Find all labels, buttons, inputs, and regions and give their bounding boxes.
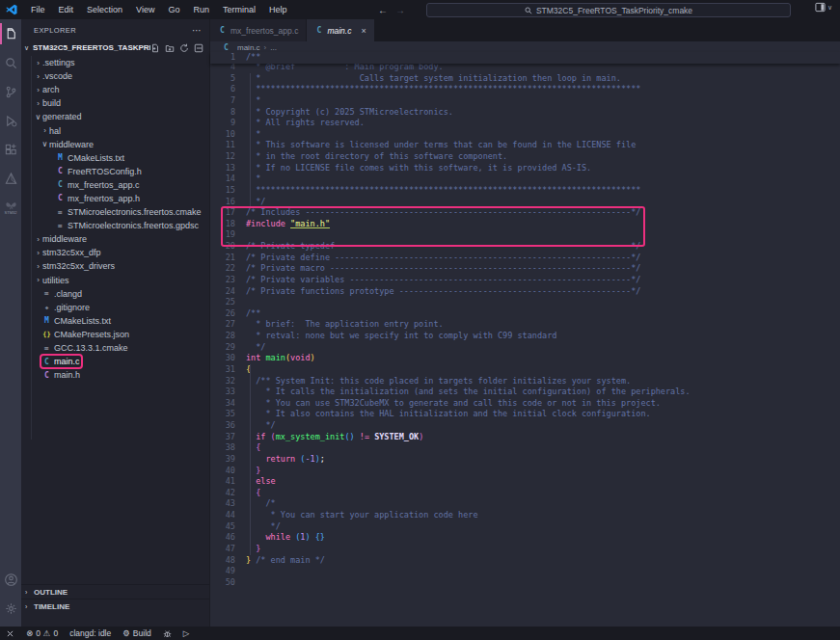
tree-folder-hal[interactable]: ›hal [21, 123, 209, 137]
activity-search[interactable] [0, 48, 21, 77]
collapse-all-icon[interactable] [194, 43, 203, 53]
new-file-icon[interactable] [150, 43, 160, 53]
tree-file-main.h[interactable]: Cmain.h [21, 368, 209, 382]
activity-run-debug[interactable] [0, 106, 21, 135]
menu-file[interactable]: File [24, 0, 52, 19]
outline-panel-header[interactable]: › OUTLINE [21, 584, 210, 599]
views-more-actions-icon[interactable]: ⋯ [192, 25, 202, 36]
build-button[interactable]: ⚙ Build [117, 627, 157, 640]
list-file-icon: ≡ [56, 208, 65, 217]
line-number: 39 [210, 454, 246, 466]
cmake-icon [4, 172, 18, 186]
activity-source-control[interactable] [0, 77, 21, 106]
tree-folder-middleware[interactable]: ∨middleware [21, 138, 209, 151]
code-line-text: int main(void) [246, 353, 315, 364]
code-line: 37 if (mx_system_init() != SYSTEM_OK) [210, 432, 840, 443]
activity-explorer[interactable] [0, 19, 21, 48]
explorer-title: EXPLORER [34, 26, 76, 35]
tree-folder-.settings[interactable]: ›.settings [21, 56, 209, 69]
tree-file-mx_freertos_app.c[interactable]: Cmx_freertos_app.c [21, 178, 209, 192]
code-line: 14 * [210, 173, 840, 185]
tab-mx_freertos_app.c[interactable]: Cmx_freertos_app.c [210, 19, 307, 41]
code-line: 22/* Private macro ---------------------… [210, 263, 840, 275]
tree-row-content: MCMakeLists.txt [42, 316, 111, 326]
code-line-text: * [246, 173, 260, 185]
extensions-icon [4, 143, 18, 157]
timeline-panel-header[interactable]: › TIMELINE [21, 599, 210, 613]
remote-indicator[interactable] [0, 627, 20, 640]
back-icon[interactable]: ← [374, 5, 392, 15]
code-line-text: * This software is licensed under terms … [246, 140, 636, 151]
run-button[interactable]: ▷ [177, 627, 196, 640]
code-line-text: /** [246, 308, 260, 320]
debug-button[interactable] [157, 627, 177, 640]
tree-file-CMakePresets.json[interactable]: {}CMakePresets.json [21, 328, 209, 341]
tree-file-FreeRTOSConfig.h[interactable]: CFreeRTOSConfig.h [21, 165, 209, 178]
tree-folder-arch[interactable]: ›arch [21, 83, 209, 96]
code-line-text: * brief: The application entry point. [246, 319, 444, 331]
line-number: 21 [210, 253, 246, 264]
code-line-text: * [246, 95, 260, 107]
chevron-right-icon: › [34, 262, 42, 271]
tree-file-CMakeLists.txt[interactable]: MCMakeLists.txt [21, 314, 209, 328]
tree-file-main.c[interactable]: Cmain.c [21, 355, 209, 368]
menu-view[interactable]: View [129, 0, 161, 19]
tree-file-GCC.13.3.1.cmake[interactable]: ≡GCC.13.3.1.cmake [21, 341, 209, 355]
editor-group: Cmx_freertos_app.cCmain.c× C main.c › ..… [210, 19, 840, 627]
menu-run[interactable]: Run [186, 0, 216, 19]
line-number: 47 [210, 544, 246, 555]
tree-folder-stm32c5xx_drivers[interactable]: ›stm32c5xx_drivers [21, 259, 209, 273]
new-folder-icon[interactable] [165, 43, 175, 53]
tree-item-label: middleware [42, 234, 87, 244]
layout-toggle[interactable]: ∨ [815, 2, 832, 13]
code-editor[interactable]: 1/**4 * @brief : Main program body.5 * C… [210, 52, 840, 627]
m-file-icon: M [56, 153, 65, 162]
line-number: 31 [210, 364, 246, 376]
tree-file-.gitignore[interactable]: ◆.gitignore [21, 301, 209, 314]
tree-file-.clangd[interactable]: ≡.clangd [21, 287, 209, 301]
tree-item-label: .gitignore [54, 303, 90, 312]
menu-edit[interactable]: Edit [52, 0, 81, 19]
activity-cmake[interactable] [0, 164, 21, 193]
tree-folder-.vscode[interactable]: ›.vscode [21, 69, 209, 83]
list-file-icon: ≡ [42, 289, 51, 298]
account-button[interactable] [0, 565, 21, 594]
menu-selection[interactable]: Selection [80, 0, 129, 19]
tree-file-STMicroelectronics.freertos.gpdsc[interactable]: ≡STMicroelectronics.freertos.gpdsc [21, 219, 209, 232]
line-number: 25 [210, 297, 246, 308]
tree-folder-middleware[interactable]: ›middleware [21, 232, 209, 246]
tree-item-label: CMakeLists.txt [54, 316, 111, 326]
menu-terminal[interactable]: Terminal [216, 0, 262, 19]
refresh-icon[interactable] [179, 43, 189, 53]
tree-row-content: {}CMakePresets.json [42, 330, 129, 339]
chevron-right-icon: › [34, 235, 42, 244]
close-icon[interactable]: × [361, 26, 366, 36]
tree-folder-generated[interactable]: ∨generated [21, 110, 209, 123]
workspace-section-header[interactable]: ∨ STM32C5_FREERTOS_TASKPRI... [21, 40, 209, 55]
code-line: 12 * in the root directory of this softw… [210, 151, 840, 163]
tree-folder-stm32c5xx_dfp[interactable]: ›stm32c5xx_dfp [21, 246, 209, 259]
tree-item-label: generated [42, 112, 82, 121]
tree-file-CMakeLists.txt[interactable]: MCMakeLists.txt [21, 151, 209, 165]
forward-icon[interactable]: → [392, 5, 409, 15]
tree-file-mx_freertos_app.h[interactable]: Cmx_freertos_app.h [21, 192, 209, 205]
clangd-status[interactable]: clangd: idle [64, 627, 117, 640]
tree-folder-build[interactable]: ›build [21, 96, 209, 110]
manage-button[interactable] [0, 594, 21, 623]
tab-main.c[interactable]: Cmain.c× [307, 19, 374, 41]
list-file-icon: ≡ [56, 222, 65, 230]
menu-go[interactable]: Go [161, 0, 186, 19]
explorer-sidebar: EXPLORER ⋯ ∨ STM32C5_FREERTOS_TASKPRI... [21, 19, 210, 627]
activity-extensions[interactable] [0, 135, 21, 164]
problems-indicator[interactable]: ⊗ 0 ⚠ 0 [20, 627, 64, 640]
indent-guide [250, 364, 251, 555]
line-number: 33 [210, 387, 246, 398]
code-line: 30int main(void) [210, 353, 840, 364]
activity-stm32[interactable]: STM32 [0, 193, 21, 222]
bug-icon [163, 629, 172, 638]
tree-file-STMicroelectronics.freertos.cmake[interactable]: ≡STMicroelectronics.freertos.cmake [21, 205, 209, 219]
tree-folder-utilities[interactable]: ›utilities [21, 274, 209, 287]
command-center-search[interactable]: STM32C5_FreeRTOS_TaskPriority_cmake [426, 3, 791, 17]
menu-help[interactable]: Help [262, 0, 294, 19]
code-line-text: * @brief : Main program body. [246, 64, 444, 73]
